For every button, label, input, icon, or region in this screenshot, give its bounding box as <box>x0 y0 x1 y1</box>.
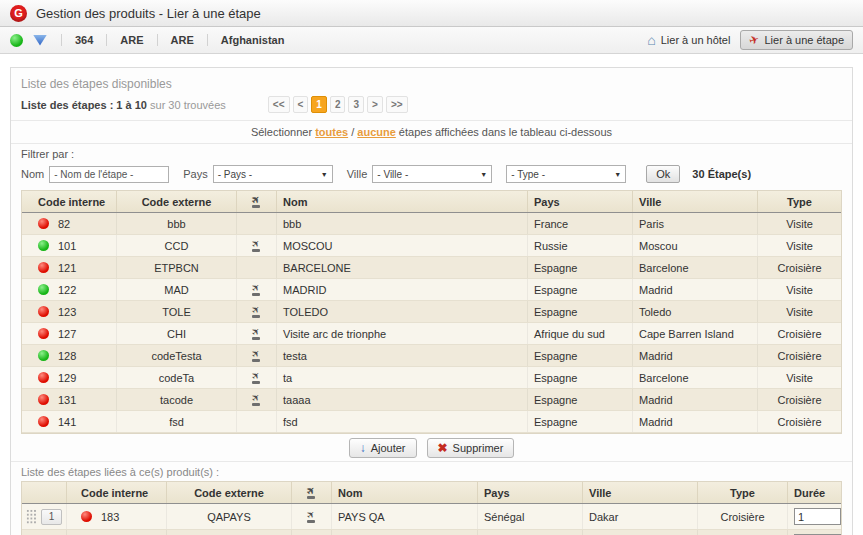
code-externe-cell: bbb <box>117 213 237 234</box>
step-row[interactable]: 129 codeTa ✈ ta Espagne Barcelone Visite <box>22 367 841 389</box>
main-panel: Liste des étapes disponibles Liste des é… <box>10 67 853 535</box>
plane-icon: ✈ <box>307 510 315 523</box>
col-duree: Durée <box>788 482 841 503</box>
table-header: Code interne Code externe ✈ Nom Pays Vil… <box>22 191 841 213</box>
status-icon <box>38 306 49 317</box>
code-interne-cell: 183 <box>67 504 167 529</box>
filter-row: Nom Pays - Pays - ▼ Ville - Ville - ▼ <box>21 165 842 183</box>
pagination-first-button[interactable]: << <box>268 96 290 113</box>
add-button[interactable]: ↓ Ajouter <box>349 438 417 458</box>
col-code-externe: Code externe <box>167 482 292 503</box>
type-cell: Visite <box>758 235 841 256</box>
code-interne-cell: 82 <box>22 213 117 234</box>
plane-cell: ✈ <box>237 301 277 322</box>
linked-section-title: Liste des étapes liées à ce(s) produit(s… <box>11 462 852 481</box>
actions-row: ↓ Ajouter ✖ Supprimer <box>21 433 842 461</box>
step-row[interactable]: 101 CCD ✈ MOSCOU Russie Moscou Visite <box>22 235 841 257</box>
pays-cell: Espagne <box>528 257 633 278</box>
col-pays: Pays <box>528 191 633 212</box>
type-cell: Visite <box>758 213 841 234</box>
step-row[interactable]: 123 TOLE ✈ TOLEDO Espagne Toledo Visite <box>22 301 841 323</box>
status-icon <box>38 350 49 361</box>
pagination-prev-button[interactable]: < <box>293 96 309 113</box>
plane-icon: ✈ <box>252 283 260 296</box>
step-row[interactable]: 128 codeTesta ✈ testa Espagne Madrid Cro… <box>22 345 841 367</box>
ville-cell: Urganch <box>583 530 698 535</box>
code-interne-cell: 101 <box>22 235 117 256</box>
chevron-down-icon: ▼ <box>321 171 328 178</box>
type-filter-select[interactable]: - Type - ▼ <box>506 165 626 183</box>
linked-step-row[interactable]: 2 184 FFF ✈ FFF Uzbékistan Urganch Crois… <box>22 530 841 535</box>
drag-grip-icon[interactable] <box>26 509 37 524</box>
ville-filter-select[interactable]: - Ville - ▼ <box>372 165 492 183</box>
step-row[interactable]: 121 ETPBCN ✈ BARCELONE Espagne Barcelone… <box>22 257 841 279</box>
code-interne-cell: 128 <box>22 345 117 366</box>
code-interne-cell: 129 <box>22 367 117 388</box>
code-externe-cell: CHI <box>117 323 237 344</box>
code-externe-cell: codeTa <box>117 367 237 388</box>
nom-cell: MOSCOU <box>277 235 528 256</box>
ville-cell: Barcelone <box>633 367 758 388</box>
ville-cell: Madrid <box>633 389 758 410</box>
col-nom: Nom <box>332 482 478 503</box>
link-hotel-button[interactable]: ⌂ Lier à un hôtel <box>647 33 730 47</box>
filter-ok-button[interactable]: Ok <box>646 165 680 183</box>
linked-steps-table: Code interne Code externe ✈ Nom Pays Vil… <box>21 481 842 535</box>
status-icon <box>38 394 49 405</box>
blue-triangle-icon <box>33 35 47 46</box>
step-row[interactable]: 82 bbb ✈ bbb France Paris Visite <box>22 213 841 235</box>
chevron-down-icon: ▼ <box>614 171 621 178</box>
select-all-link[interactable]: toutes <box>315 126 348 138</box>
status-green-dot-icon <box>10 34 23 47</box>
available-steps-table: Code interne Code externe ✈ Nom Pays Vil… <box>21 190 842 433</box>
row-handle-cell: 1 <box>22 504 67 529</box>
col-type: Type <box>698 482 788 503</box>
type-cell: Croisière <box>698 504 788 529</box>
plane-cell: ✈ <box>237 279 277 300</box>
step-row[interactable]: 141 fsd ✈ fsd Espagne Madrid Croisière <box>22 411 841 433</box>
ville-cell: Madrid <box>633 279 758 300</box>
available-section-title: Liste des étapes disponibles <box>11 68 852 95</box>
code-interne-cell: 127 <box>22 323 117 344</box>
pagination-page-3[interactable]: 3 <box>348 96 364 113</box>
step-row[interactable]: 131 tacode ✈ taaaa Espagne Madrid Croisi… <box>22 389 841 411</box>
pagination-next-button[interactable]: > <box>367 96 383 113</box>
col-type: Type <box>758 191 841 212</box>
status-group <box>10 34 61 47</box>
code-externe-cell: FFF <box>167 530 292 535</box>
duree-input[interactable] <box>794 508 841 525</box>
pagination-page-2[interactable]: 2 <box>330 96 346 113</box>
toolbar-code: ARE <box>106 34 156 46</box>
remove-button[interactable]: ✖ Supprimer <box>427 438 515 458</box>
pagination-page-1[interactable]: 1 <box>311 96 327 113</box>
code-interne-cell: 121 <box>22 257 117 278</box>
pagination-last-button[interactable]: >> <box>386 96 408 113</box>
step-row[interactable]: 127 CHI ✈ Visite arc de trionphe Afrique… <box>22 323 841 345</box>
code-interne-cell: 122 <box>22 279 117 300</box>
nom-cell: ta <box>277 367 528 388</box>
type-cell: Croisière <box>698 530 788 535</box>
nom-filter-input[interactable] <box>49 166 169 183</box>
status-icon <box>38 284 49 295</box>
linked-step-row[interactable]: 1 183 QAPAYS ✈ PAYS QA Sénégal Dakar Cro… <box>22 504 841 530</box>
nom-cell: TOLEDO <box>277 301 528 322</box>
plane-column-icon: ✈ <box>237 191 277 212</box>
toolbar-country: Afghanistan <box>207 34 298 46</box>
link-etape-button[interactable]: ✈ Lier à une étape <box>740 30 853 50</box>
titlebar: G Gestion des produits - Lier à une étap… <box>0 0 863 27</box>
select-none-link[interactable]: aucune <box>357 126 396 138</box>
pays-filter-select[interactable]: - Pays - ▼ <box>213 165 333 183</box>
pays-cell: Espagne <box>528 367 633 388</box>
status-icon <box>38 240 49 251</box>
count-row: Liste des étapes : 1 à 10 sur 30 trouvée… <box>11 95 852 120</box>
pays-cell: Espagne <box>528 279 633 300</box>
code-externe-cell: QAPAYS <box>167 504 292 529</box>
nom-cell: fsd <box>277 411 528 432</box>
step-row[interactable]: 122 MAD ✈ MADRID Espagne Madrid Visite <box>22 279 841 301</box>
code-externe-cell: TOLE <box>117 301 237 322</box>
plane-cell: ✈ <box>237 323 277 344</box>
col-code-interne: Code interne <box>67 482 167 503</box>
ville-cell: Dakar <box>583 504 698 529</box>
pays-cell: Espagne <box>528 411 633 432</box>
nom-cell: taaaa <box>277 389 528 410</box>
